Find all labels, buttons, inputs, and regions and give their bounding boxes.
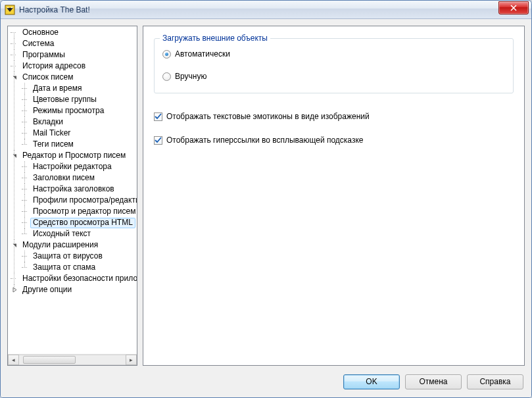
tree-dash-icon [21, 172, 28, 184]
radio-manual-label: Вручную [175, 72, 206, 81]
tree-dash-icon [21, 94, 28, 105]
scroll-left-button[interactable]: ◂ [8, 355, 19, 365]
checkbox-hyperlinks[interactable] [154, 136, 162, 145]
ok-button[interactable]: OK [343, 374, 400, 389]
tree-item-label[interactable]: Защита от спама [30, 262, 98, 273]
tree-row[interactable]: Mail Ticker [21, 128, 137, 139]
tree-item-label[interactable]: Настройка заголовков [30, 184, 117, 195]
tree-item-label[interactable]: Система [20, 39, 57, 49]
expand-toggle-icon[interactable] [11, 242, 18, 248]
titlebar[interactable]: Настройка The Bat! [1, 1, 531, 19]
tree-row[interactable]: Модули расширения [11, 239, 137, 251]
tree-item-label[interactable]: Цветовые группы [30, 95, 99, 105]
checkbox-emoticons[interactable] [154, 112, 162, 121]
app-icon [5, 5, 15, 15]
tree-dash-icon [11, 273, 18, 284]
tree-item-label[interactable]: Вкладки [30, 117, 66, 128]
tree-row[interactable]: Список писем [11, 72, 137, 83]
radio-auto[interactable] [162, 50, 171, 59]
tree-row[interactable]: Профили просмотра/редактирования [21, 195, 137, 206]
tree-dash-icon [21, 116, 28, 128]
tree-item-label[interactable]: Теги писем [30, 139, 76, 150]
scroll-right-button[interactable]: ▸ [126, 355, 137, 365]
tree-row[interactable]: Редактор и Просмотр писем [11, 150, 137, 161]
tree-row[interactable]: Защита от спама [21, 262, 137, 273]
tree-dash-icon [21, 228, 28, 239]
tree-dash-icon [21, 195, 28, 206]
svg-point-1 [7, 7, 9, 8]
tree-dash-icon [11, 38, 18, 49]
tree-row[interactable]: Заголовки писем [21, 172, 137, 184]
tree-row[interactable]: Режимы просмотра [21, 105, 137, 116]
tree-row[interactable]: Теги писем [21, 139, 137, 150]
tree-dash-icon [21, 128, 28, 139]
tree-panel: ОсновноеСистемаПрограммыИстория адресовС… [7, 26, 137, 366]
tree-item-label[interactable]: Модули расширения [20, 240, 101, 251]
radio-manual-row[interactable]: Вручную [162, 68, 505, 85]
window-title: Настройка The Bat! [19, 5, 498, 14]
tree-dash-icon [21, 251, 28, 262]
close-button[interactable] [498, 1, 529, 14]
collapse-toggle-icon[interactable] [11, 287, 18, 293]
tree-row[interactable]: Программы [11, 49, 137, 61]
tree-row[interactable]: Настройки безопасности приложения [11, 273, 137, 284]
scroll-track[interactable] [19, 355, 126, 365]
settings-window: Настройка The Bat! ОсновноеСистемаПрогра… [0, 0, 532, 398]
tree-row[interactable]: Цветовые группы [21, 94, 137, 105]
tree-dash-icon [21, 184, 28, 195]
tree-item-label[interactable]: История адресов [20, 61, 88, 72]
tree-dash-icon [21, 262, 28, 273]
tree-item-label[interactable]: Исходный текст [30, 229, 93, 239]
radio-manual[interactable] [162, 72, 171, 81]
cancel-button[interactable]: Отмена [405, 374, 462, 389]
tree-row[interactable]: Основное [11, 27, 137, 38]
tree-row[interactable]: Настройка заголовков [21, 184, 137, 195]
expand-toggle-icon[interactable] [11, 153, 18, 159]
checkbox-hyperlinks-row[interactable]: Отображать гиперссылки во всплывающей по… [154, 132, 514, 149]
scroll-thumb[interactable] [23, 356, 76, 364]
expand-toggle-icon[interactable] [11, 74, 18, 80]
tree-dash-icon [11, 49, 18, 61]
horizontal-scrollbar[interactable]: ◂ ▸ [8, 354, 137, 365]
tree-dash-icon [21, 83, 28, 94]
radio-auto-label: Автоматически [175, 49, 230, 59]
tree-item-label[interactable]: Защита от вирусов [30, 251, 105, 262]
tree-item-label[interactable]: Профили просмотра/редактирования [30, 195, 137, 206]
tree-item-label[interactable]: Средство просмотра HTML [30, 218, 135, 228]
tree-row[interactable]: Защита от вирусов [21, 251, 137, 262]
tree-row[interactable]: История адресов [11, 61, 137, 72]
tree-dash-icon [21, 161, 28, 172]
checkbox-emoticons-row[interactable]: Отображать текстовые эмотиконы в виде из… [154, 108, 514, 125]
tree-dash-icon [11, 61, 18, 72]
tree-row[interactable]: Настройки редактора [21, 161, 137, 172]
tree-row[interactable]: Дата и время [21, 83, 137, 94]
settings-tree[interactable]: ОсновноеСистемаПрограммыИстория адресовС… [8, 27, 137, 295]
checkbox-hyperlinks-label: Отображать гиперссылки во всплывающей по… [166, 136, 363, 145]
tree-dash-icon [21, 206, 28, 217]
tree-item-label[interactable]: Режимы просмотра [30, 106, 107, 116]
tree-row[interactable]: Система [11, 38, 137, 49]
checkbox-emoticons-label: Отображать текстовые эмотиконы в виде из… [166, 112, 370, 121]
tree-row[interactable]: Средство просмотра HTML [21, 217, 137, 228]
tree-scroll[interactable]: ОсновноеСистемаПрограммыИстория адресовС… [8, 26, 137, 354]
tree-item-label[interactable]: Программы [20, 50, 68, 61]
tree-row[interactable]: Исходный текст [21, 228, 137, 239]
tree-item-label[interactable]: Дата и время [30, 84, 84, 94]
tree-row[interactable]: Другие опции [11, 284, 137, 295]
tree-item-label[interactable]: Настройки безопасности приложения [20, 274, 137, 284]
tree-row[interactable]: Вкладки [21, 116, 137, 128]
tree-item-label[interactable]: Редактор и Просмотр писем [20, 151, 128, 161]
settings-panel: Загружать внешние объекты Автоматически … [143, 26, 525, 366]
tree-item-label[interactable]: Просмотр и редактор писем [30, 207, 137, 217]
radio-auto-row[interactable]: Автоматически [162, 45, 505, 62]
help-button[interactable]: Справка [467, 374, 523, 389]
tree-item-label[interactable]: Основное [20, 28, 61, 38]
tree-item-label[interactable]: Список писем [20, 72, 76, 83]
tree-item-label[interactable]: Mail Ticker [30, 128, 73, 139]
tree-dash-icon [21, 139, 28, 150]
tree-row[interactable]: Просмотр и редактор писем [21, 206, 137, 217]
tree-item-label[interactable]: Настройки редактора [30, 162, 114, 172]
content-area: ОсновноеСистемаПрограммыИстория адресовС… [1, 19, 531, 370]
tree-item-label[interactable]: Заголовки писем [30, 173, 97, 184]
tree-item-label[interactable]: Другие опции [20, 285, 74, 295]
